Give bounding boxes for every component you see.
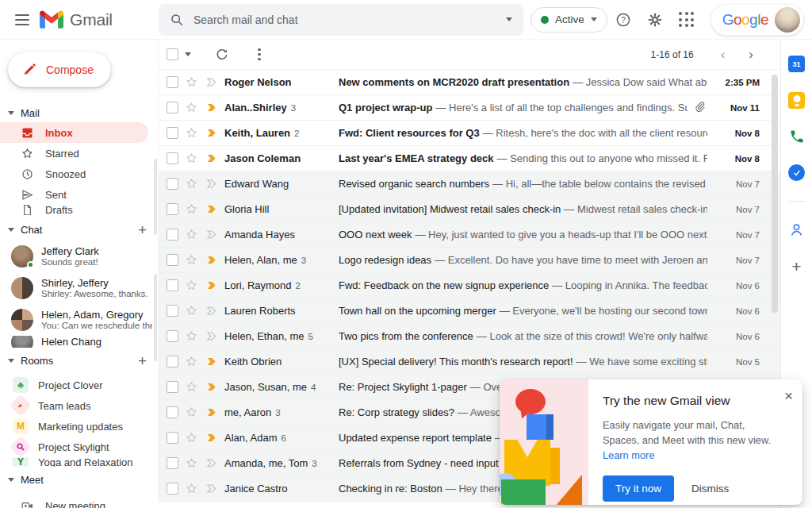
room-item[interactable]: Y Yoga and Relaxation <box>0 457 158 467</box>
email-row[interactable]: Edward Wang Revised organic search numbe… <box>159 171 780 197</box>
importance-icon[interactable] <box>205 75 218 89</box>
importance-icon[interactable] <box>205 177 218 190</box>
email-checkbox[interactable] <box>167 305 178 317</box>
email-checkbox[interactable] <box>167 152 178 164</box>
importance-icon[interactable] <box>205 228 218 241</box>
learn-more-link[interactable]: Learn more <box>603 449 654 461</box>
chat-item[interactable]: Jeffery Clark Sounds great! <box>0 241 158 271</box>
email-checkbox[interactable] <box>167 102 178 114</box>
sidebar-item-starred[interactable]: Starred <box>0 143 148 164</box>
importance-icon[interactable] <box>205 355 218 368</box>
rooms-section-header[interactable]: Rooms + <box>0 351 158 370</box>
sidebar-item-drafts[interactable]: Drafts <box>0 205 148 215</box>
compose-button[interactable]: Compose <box>8 52 111 87</box>
newer-page-button[interactable]: ‹ <box>713 48 733 61</box>
importance-icon[interactable] <box>205 101 218 114</box>
close-icon[interactable]: × <box>784 387 793 405</box>
calendar-icon[interactable]: 31 <box>788 56 805 72</box>
email-row[interactable]: Helen, Ethan, me5 Two pics from the conf… <box>159 324 780 349</box>
chat-item[interactable]: Shirley, Jeffery Shirley: Awesome, thank… <box>0 273 158 302</box>
star-icon[interactable] <box>185 355 198 368</box>
star-icon[interactable] <box>185 202 198 216</box>
importance-icon[interactable] <box>205 202 218 216</box>
star-icon[interactable] <box>185 406 198 419</box>
star-icon[interactable] <box>185 253 198 267</box>
email-checkbox[interactable] <box>167 76 178 88</box>
dismiss-button[interactable]: Dismiss <box>691 483 729 495</box>
add-room-button[interactable]: + <box>138 353 147 368</box>
search-input[interactable] <box>193 13 496 26</box>
email-checkbox[interactable] <box>167 330 178 342</box>
user-avatar[interactable] <box>775 7 800 33</box>
email-row[interactable]: Alan..Shirley3 Q1 project wrap-up— Here'… <box>159 95 780 121</box>
add-chat-button[interactable]: + <box>138 222 147 237</box>
importance-icon[interactable] <box>205 304 218 318</box>
email-row[interactable]: Keith, Lauren2 Fwd: Client resources for… <box>159 121 780 146</box>
importance-icon[interactable] <box>205 152 218 165</box>
older-page-button[interactable]: › <box>741 48 761 61</box>
refresh-button[interactable] <box>215 48 229 62</box>
chat-item[interactable]: Helen Chang <box>0 336 158 348</box>
importance-icon[interactable] <box>205 456 218 470</box>
room-item[interactable]: ⚲ Project Skylight <box>0 437 158 457</box>
star-icon[interactable] <box>185 279 198 292</box>
more-options-button[interactable] <box>253 48 266 61</box>
sidebar-item-inbox[interactable]: Inbox <box>0 122 148 143</box>
email-checkbox[interactable] <box>167 254 178 266</box>
meet-section-header[interactable]: Meet <box>0 470 158 489</box>
phone-icon[interactable] <box>789 129 805 144</box>
email-row[interactable]: Gloria Hill [Updated invitation] Midwest… <box>159 197 780 222</box>
sidebar-scrollbar[interactable] <box>154 274 157 361</box>
email-row[interactable]: Keith Obrien [UX] Special delivery! This… <box>159 349 780 375</box>
room-item[interactable]: ◗ Team leads <box>0 395 158 416</box>
importance-icon[interactable] <box>205 406 218 419</box>
importance-icon[interactable] <box>205 126 218 140</box>
keep-icon[interactable] <box>788 92 805 109</box>
email-checkbox[interactable] <box>167 432 178 444</box>
star-icon[interactable] <box>185 101 198 114</box>
email-checkbox[interactable] <box>167 381 178 393</box>
star-icon[interactable] <box>185 329 198 343</box>
star-icon[interactable] <box>185 380 198 394</box>
sidebar-scrollbar[interactable] <box>154 159 157 235</box>
importance-icon[interactable] <box>205 253 218 267</box>
room-item[interactable]: M Marketing updates <box>0 416 158 437</box>
chat-section-header[interactable]: Chat + <box>0 220 158 239</box>
star-icon[interactable] <box>185 482 198 495</box>
account-pill[interactable]: Google <box>710 4 804 36</box>
status-selector[interactable]: Active <box>530 7 607 33</box>
email-checkbox[interactable] <box>167 457 178 469</box>
sidebar-item-sent[interactable]: Sent <box>0 184 148 205</box>
email-row[interactable]: Roger Nelson New comments on MCR2020 dra… <box>159 70 780 95</box>
star-icon[interactable] <box>185 126 198 140</box>
tasks-icon[interactable] <box>788 164 805 181</box>
star-icon[interactable] <box>185 456 198 470</box>
email-row[interactable]: Jason Coleman Last year's EMEA strategy … <box>159 146 780 171</box>
search-icon[interactable] <box>170 13 184 27</box>
email-checkbox[interactable] <box>167 483 178 495</box>
contacts-icon[interactable] <box>788 221 805 238</box>
room-item[interactable]: ♣ Project Clover <box>0 375 158 395</box>
email-checkbox[interactable] <box>167 203 178 215</box>
search-dropdown-caret[interactable] <box>506 17 512 21</box>
importance-icon[interactable] <box>205 431 218 444</box>
hamburger-menu-button[interactable] <box>6 4 38 36</box>
mail-section-header[interactable]: Mail <box>0 103 158 122</box>
email-row[interactable]: Lori, Raymond2 Fwd: Feedback on the new … <box>159 273 780 298</box>
email-checkbox[interactable] <box>167 279 178 291</box>
settings-button[interactable] <box>639 4 671 36</box>
select-caret-icon[interactable] <box>185 52 191 56</box>
sidebar-item-new-meeting[interactable]: New meeting <box>0 495 148 508</box>
help-button[interactable]: ? <box>607 4 639 36</box>
importance-icon[interactable] <box>205 329 218 343</box>
email-row[interactable]: Amanda Hayes OOO next week— Hey, just wa… <box>159 222 780 248</box>
star-icon[interactable] <box>185 75 198 89</box>
chat-item[interactable]: Helen, Adam, Gregory You: Can we resched… <box>0 305 158 334</box>
sidebar-item-snoozed[interactable]: Snoozed <box>0 164 148 184</box>
email-checkbox[interactable] <box>167 406 178 418</box>
star-icon[interactable] <box>185 304 198 318</box>
search-bar[interactable] <box>159 4 523 36</box>
email-row[interactable]: Helen, Alan, me3 Logo redesign ideas— Ex… <box>159 248 780 273</box>
email-row[interactable]: Lauren Roberts Town hall on the upcoming… <box>159 298 780 324</box>
importance-icon[interactable] <box>205 482 218 495</box>
